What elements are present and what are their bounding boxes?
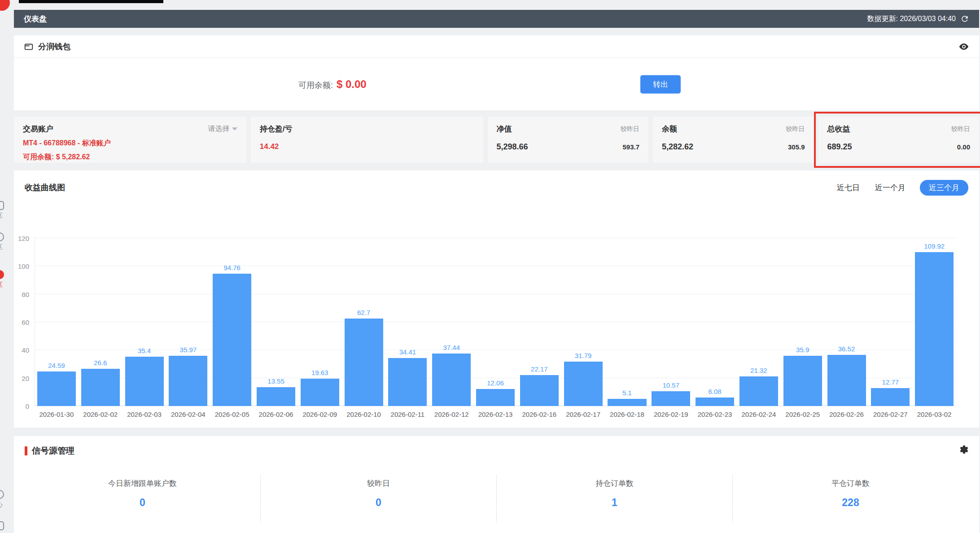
transfer-out-button[interactable]: 转出 <box>640 75 681 93</box>
refresh-icon[interactable] <box>960 14 969 23</box>
x-axis-label: 2026-02-16 <box>517 411 561 418</box>
bar <box>345 319 383 406</box>
signal-stat-label: 平仓订单数 <box>733 478 968 489</box>
balance-card: 余额 较昨日 5,282.62 305.9 <box>653 117 814 163</box>
sidebar-item-fragment-4[interactable]: 心 <box>0 490 6 509</box>
bar-2026-03-02[interactable]: 109.92 <box>912 238 956 406</box>
bar <box>169 356 207 406</box>
bar-value-label: 94.76 <box>223 264 241 271</box>
bar-2026-02-18[interactable]: 5.1 <box>605 238 649 406</box>
eye-icon[interactable] <box>958 41 969 52</box>
x-axis-label: 2026-02-23 <box>693 411 737 418</box>
bar-2026-02-19[interactable]: 10.57 <box>649 238 693 406</box>
tab-last-7-days[interactable]: 近七日 <box>836 180 861 196</box>
bar <box>652 391 690 406</box>
bar-value-label: 62.7 <box>357 309 370 316</box>
bar-2026-02-23[interactable]: 6.08 <box>693 238 737 406</box>
bar-2026-02-06[interactable]: 13.55 <box>254 238 298 406</box>
total-profit-title: 总收益 <box>827 124 850 134</box>
bar-2026-02-05[interactable]: 94.76 <box>210 238 254 406</box>
gear-icon[interactable] <box>958 444 968 455</box>
y-axis-tick: 40 <box>22 346 29 354</box>
bar <box>871 388 910 406</box>
tab-last-3-months[interactable]: 近三个月 <box>920 180 968 196</box>
bar-value-label: 10.57 <box>663 381 680 389</box>
x-axis-label: 2026-02-03 <box>122 411 166 418</box>
bar-2026-01-30[interactable]: 24.59 <box>35 238 79 406</box>
bar-2026-02-02[interactable]: 26.6 <box>79 238 122 406</box>
x-axis-label: 2026-02-11 <box>386 411 430 418</box>
bar-value-label: 34.41 <box>399 348 416 356</box>
bars-container: 24.5926.635.435.9794.7613.5519.6362.734.… <box>35 238 956 406</box>
bar <box>827 355 866 406</box>
bar-2026-02-25[interactable]: 35.9 <box>781 238 825 406</box>
bar-2026-02-13[interactable]: 12.06 <box>473 238 517 406</box>
signal-stat-value: 0 <box>261 497 496 509</box>
x-axis-label: 2026-02-10 <box>342 411 386 418</box>
sidebar-item-fragment-3[interactable]: 区 <box>0 270 6 289</box>
position-pl-value: 14.42 <box>260 142 474 151</box>
x-axis-label: 2026-03-02 <box>912 411 956 418</box>
sidebar-item-fragment-2[interactable]: 区 <box>0 232 6 251</box>
top-bar-fragment <box>19 0 163 3</box>
bar-2026-02-24[interactable]: 21.32 <box>737 238 781 406</box>
signal-stat-label: 较昨日 <box>261 478 496 489</box>
bar <box>432 354 471 406</box>
bar <box>696 398 734 406</box>
bar-2026-02-27[interactable]: 12.77 <box>868 238 912 406</box>
signal-stat-value: 0 <box>25 497 260 509</box>
bar-2026-02-03[interactable]: 35.4 <box>122 238 166 406</box>
bar-value-label: 19.63 <box>311 369 328 376</box>
wallet-icon <box>24 42 34 52</box>
x-axis-label: 2026-02-09 <box>298 411 342 418</box>
x-axis-label: 2026-02-05 <box>210 411 254 418</box>
account-select-dropdown[interactable]: 请选择 <box>208 124 237 134</box>
balance-title: 余额 <box>662 124 677 134</box>
bar-2026-02-26[interactable]: 36.52 <box>825 238 869 406</box>
sidebar-icon <box>0 490 4 499</box>
bar-value-label: 24.59 <box>48 362 65 369</box>
bar-2026-02-10[interactable]: 62.7 <box>342 238 386 406</box>
bar-value-label: 37.44 <box>443 344 460 351</box>
bar-2026-02-09[interactable]: 19.63 <box>298 238 342 406</box>
sidebar-icon <box>0 201 4 210</box>
sidebar-item-fragment-5[interactable] <box>0 521 6 532</box>
bar <box>739 376 778 406</box>
x-axis-label: 2026-02-27 <box>868 411 912 418</box>
bar <box>81 369 120 406</box>
trading-account-card: 交易账户 请选择 MT4 - 66788968 - 标准账户 可用余额: $ 5… <box>14 117 246 163</box>
net-value-compare-value: 593.7 <box>622 143 639 151</box>
bar <box>915 252 954 406</box>
sidebar-item-label: 区 <box>0 243 6 251</box>
y-axis-tick: 100 <box>18 262 29 270</box>
bar-2026-02-16[interactable]: 22.17 <box>517 238 561 406</box>
trading-account-title: 交易账户 <box>23 124 53 134</box>
y-axis-tick: 120 <box>18 235 29 242</box>
x-axis-label: 2026-02-04 <box>166 411 210 418</box>
wallet-card-title: 分润钱包 <box>38 41 70 52</box>
tab-last-month[interactable]: 近一个月 <box>874 180 906 196</box>
x-axis-label: 2026-01-30 <box>35 411 79 418</box>
bar-2026-02-04[interactable]: 35.97 <box>166 238 210 406</box>
bar-value-label: 35.9 <box>796 346 809 354</box>
bar-value-label: 12.77 <box>882 378 899 386</box>
signal-stat-value: 228 <box>733 497 968 509</box>
bar-value-label: 36.52 <box>838 345 855 353</box>
x-axis-label: 2026-02-13 <box>473 411 517 418</box>
bar <box>301 379 339 406</box>
bar <box>257 387 295 406</box>
total-profit-compare-value: 0.00 <box>957 143 970 151</box>
bar-2026-02-12[interactable]: 37.44 <box>429 238 473 406</box>
earnings-chart-card: 收益曲线图 近七日 近一个月 近三个月 02040608010012024.59… <box>14 170 979 428</box>
account-stats-row: 交易账户 请选择 MT4 - 66788968 - 标准账户 可用余额: $ 5… <box>14 117 979 163</box>
bar-value-label: 21.32 <box>750 367 767 374</box>
main-content: 仪表盘 数据更新: 2026/03/03 04:40 分润钱包 可用余额: $ <box>14 10 979 533</box>
bar-value-label: 12.06 <box>487 379 504 387</box>
chart-plot: 02040608010012024.5926.635.435.9794.7613… <box>35 238 956 406</box>
profit-wallet-card: 分润钱包 可用余额: $ 0.00 转出 <box>14 35 979 110</box>
bar-2026-02-17[interactable]: 31.79 <box>561 238 605 406</box>
sidebar-icon <box>0 270 4 279</box>
x-axis-label: 2026-02-24 <box>737 411 781 418</box>
bar-2026-02-11[interactable]: 34.41 <box>386 238 430 406</box>
sidebar-item-fragment-1[interactable]: 区 <box>0 201 6 220</box>
